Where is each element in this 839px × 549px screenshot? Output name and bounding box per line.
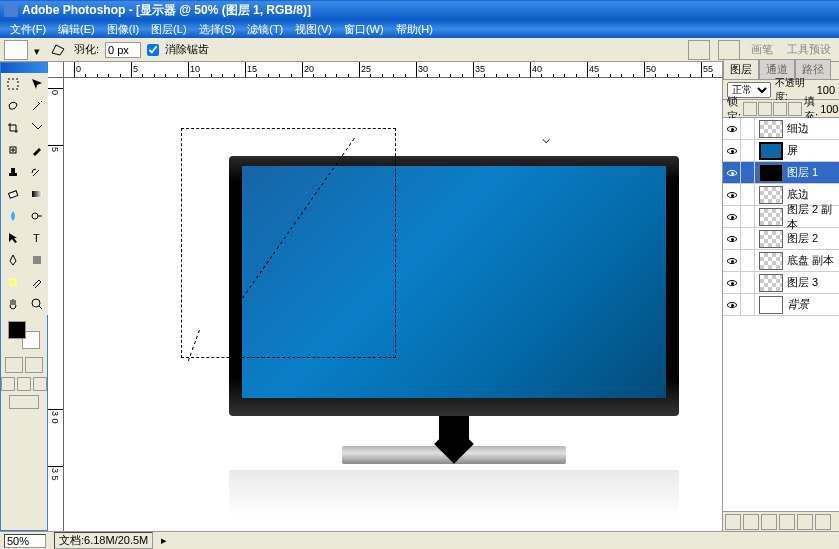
menu-filter[interactable]: 滤镜(T) (241, 22, 289, 37)
layer-row[interactable]: 图层 2 (723, 228, 839, 250)
layer-thumbnail[interactable] (759, 230, 783, 248)
lock-all-icon[interactable] (788, 102, 802, 116)
jump-to-imageready[interactable] (9, 395, 39, 409)
layer-thumbnail[interactable] (759, 252, 783, 270)
quickmask-mode[interactable] (25, 357, 43, 373)
new-layer-icon[interactable] (797, 514, 813, 530)
history-brush-tool[interactable] (25, 161, 49, 183)
layer-visibility-toggle[interactable] (723, 294, 741, 315)
lasso-tool[interactable] (1, 95, 25, 117)
layer-visibility-toggle[interactable] (723, 272, 741, 293)
layer-name[interactable]: 细边 (787, 121, 839, 136)
type-tool[interactable]: T (25, 227, 49, 249)
layer-style-icon[interactable] (725, 514, 741, 530)
color-swatches[interactable] (8, 321, 40, 349)
ruler-horizontal[interactable]: 0510152025303540455055 (64, 62, 722, 78)
layer-thumbnail[interactable] (759, 186, 783, 204)
gradient-tool[interactable] (25, 183, 49, 205)
layer-link-cell[interactable] (741, 162, 755, 183)
zoom-tool[interactable] (25, 293, 49, 315)
blur-tool[interactable] (1, 205, 25, 227)
layer-link-cell[interactable] (741, 272, 755, 293)
wand-tool[interactable] (25, 95, 49, 117)
brush-tool[interactable] (25, 139, 49, 161)
layer-thumbnail[interactable] (759, 274, 783, 292)
lock-pixels-icon[interactable] (758, 102, 772, 116)
lock-transparent-icon[interactable] (743, 102, 757, 116)
layer-link-cell[interactable] (741, 294, 755, 315)
layer-thumbnail[interactable] (759, 164, 783, 182)
layer-name[interactable]: 底盘 副本 (787, 253, 839, 268)
menu-window[interactable]: 窗口(W) (338, 22, 390, 37)
marquee-tool[interactable] (1, 73, 25, 95)
layer-visibility-toggle[interactable] (723, 206, 741, 227)
antialias-checkbox[interactable] (147, 44, 159, 56)
layer-row[interactable]: 细边 (723, 118, 839, 140)
layer-name[interactable]: 图层 3 (787, 275, 839, 290)
stamp-tool[interactable] (1, 161, 25, 183)
layer-link-cell[interactable] (741, 184, 755, 205)
eyedropper-tool[interactable] (25, 271, 49, 293)
notes-tool[interactable] (1, 271, 25, 293)
pen-tool[interactable] (1, 249, 25, 271)
layer-row[interactable]: 底盘 副本 (723, 250, 839, 272)
options-btn-1[interactable] (688, 40, 710, 60)
toolbox-header[interactable] (1, 63, 47, 73)
layer-row[interactable]: 图层 3 (723, 272, 839, 294)
fill-value[interactable]: 100 (820, 103, 838, 115)
brush-label[interactable]: 画笔 (751, 42, 773, 57)
crop-tool[interactable] (1, 117, 25, 139)
layer-visibility-toggle[interactable] (723, 162, 741, 183)
layer-visibility-toggle[interactable] (723, 118, 741, 139)
layer-visibility-toggle[interactable] (723, 184, 741, 205)
layer-row[interactable]: 屏 (723, 140, 839, 162)
layer-name[interactable]: 图层 2 (787, 231, 839, 246)
layer-thumbnail[interactable] (759, 120, 783, 138)
delete-layer-icon[interactable] (815, 514, 831, 530)
menu-layer[interactable]: 图层(L) (145, 22, 192, 37)
layer-thumbnail[interactable] (759, 142, 783, 160)
layer-row[interactable]: 背景 (723, 294, 839, 316)
ruler-origin[interactable] (48, 62, 64, 78)
document-info[interactable]: 文档:6.18M/20.5M (54, 532, 153, 549)
heal-tool[interactable] (1, 139, 25, 161)
lasso-mode-icon[interactable] (50, 43, 68, 57)
chevron-right-icon[interactable]: ▸ (161, 534, 171, 547)
screen-mode-3[interactable] (33, 377, 47, 391)
menu-file[interactable]: 文件(F) (4, 22, 52, 37)
layer-visibility-toggle[interactable] (723, 250, 741, 271)
layer-visibility-toggle[interactable] (723, 228, 741, 249)
preset-label[interactable]: 工具预设 (787, 42, 831, 57)
shape-tool[interactable] (25, 249, 49, 271)
screen-mode-1[interactable] (1, 377, 15, 391)
layer-name[interactable]: 底边 (787, 187, 839, 202)
move-tool[interactable] (25, 73, 49, 95)
document-canvas[interactable]: ⌵ (64, 78, 722, 531)
layer-name[interactable]: 屏 (787, 143, 839, 158)
zoom-level[interactable]: 50% (4, 534, 46, 548)
layer-name[interactable]: 图层 1 (787, 165, 839, 180)
layer-link-cell[interactable] (741, 250, 755, 271)
foreground-color[interactable] (8, 321, 26, 339)
layer-name[interactable]: 图层 2 副本 (787, 202, 839, 232)
menu-image[interactable]: 图像(I) (101, 22, 145, 37)
layer-mask-icon[interactable] (743, 514, 759, 530)
layer-row[interactable]: 图层 2 副本 (723, 206, 839, 228)
menu-help[interactable]: 帮助(H) (390, 22, 439, 37)
eraser-tool[interactable] (1, 183, 25, 205)
layer-visibility-toggle[interactable] (723, 140, 741, 161)
menu-select[interactable]: 选择(S) (193, 22, 242, 37)
screen-mode-2[interactable] (17, 377, 31, 391)
ruler-vertical[interactable]: 053 03 5 (48, 78, 64, 531)
hand-tool[interactable] (1, 293, 25, 315)
tab-layers[interactable]: 图层 (723, 59, 759, 79)
tool-preset-picker[interactable] (4, 40, 28, 60)
path-select-tool[interactable] (1, 227, 25, 249)
layer-link-cell[interactable] (741, 206, 755, 227)
adjustment-layer-icon[interactable] (779, 514, 795, 530)
dodge-tool[interactable] (25, 205, 49, 227)
slice-tool[interactable] (25, 117, 49, 139)
options-btn-2[interactable] (718, 40, 740, 60)
feather-input[interactable] (105, 42, 141, 58)
new-set-icon[interactable] (761, 514, 777, 530)
